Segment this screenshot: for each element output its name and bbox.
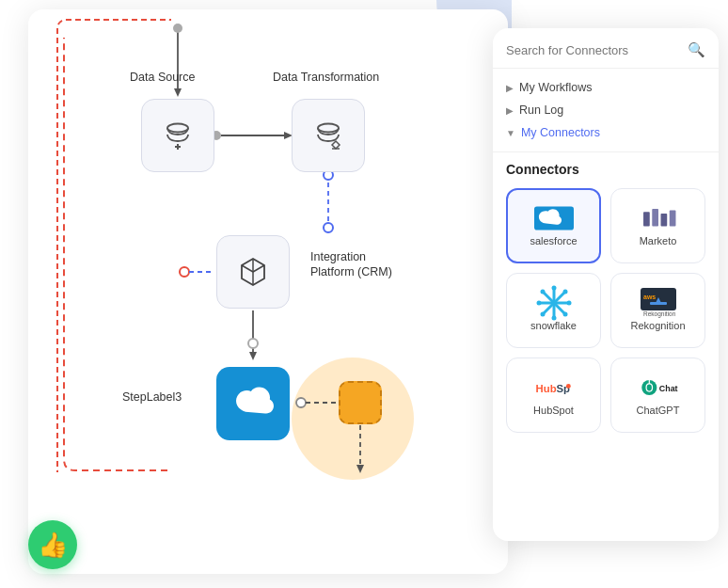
thumbs-up-badge: 👍	[28, 520, 77, 569]
hubspot-label: HubSpot	[533, 405, 574, 416]
svg-point-42	[562, 312, 567, 317]
svg-rect-32	[669, 211, 675, 227]
menu-item-connectors[interactable]: ▼ My Connectors	[506, 121, 705, 144]
salesforce-node[interactable]	[216, 367, 290, 440]
svg-rect-31	[660, 214, 667, 226]
salesforce-logo	[534, 205, 574, 231]
connector-card-salesforce[interactable]: salesforce	[506, 188, 601, 263]
svg-point-39	[536, 301, 541, 306]
connector-card-chatgpt[interactable]: ChatGPT ChatGPT	[610, 358, 705, 433]
data-transformation-label: Data Transformation	[273, 71, 379, 84]
search-bar: 🔍	[493, 28, 719, 69]
data-source-label: Data Source	[130, 71, 195, 84]
chevron-down-icon: ▼	[506, 128, 515, 138]
svg-point-52	[565, 384, 570, 389]
connector-placeholder-node[interactable]	[339, 381, 382, 424]
connector-card-hubspot[interactable]: Hub Sp HubSpot	[506, 358, 601, 433]
step-label-3: StepLabel3	[122, 390, 182, 404]
svg-text:Hub: Hub	[535, 383, 556, 394]
rekognition-label: Rekognition	[630, 320, 685, 331]
connector-panel: 🔍 ▶ My Workflows ▶ Run Log ▼ My Connecto…	[493, 28, 719, 541]
snowflake-logo	[534, 290, 574, 316]
svg-rect-30	[652, 209, 658, 226]
svg-point-37	[551, 286, 556, 291]
chatgpt-logo: ChatGPT	[639, 374, 678, 401]
main-container: Data Source Data Transformation	[0, 0, 728, 588]
svg-point-41	[540, 290, 545, 294]
svg-point-18	[167, 124, 188, 133]
snowflake-label: snowflake	[530, 320, 577, 331]
svg-point-13	[248, 339, 258, 348]
svg-point-2	[173, 24, 182, 33]
svg-marker-12	[249, 352, 257, 360]
integration-platform-label: IntegrationPlatform (CRM)	[310, 249, 392, 280]
svg-point-43	[562, 290, 567, 294]
menu-item-workflows[interactable]: ▶ My Workflows	[506, 76, 705, 99]
marketo-logo	[639, 205, 678, 231]
chevron-right-icon: ▶	[506, 83, 514, 93]
svg-text:Rekognition: Rekognition	[643, 310, 676, 318]
cube-icon	[236, 255, 270, 289]
connector-card-rekognition[interactable]: aws Rekognition Rekognition	[610, 273, 705, 348]
integration-node[interactable]	[216, 235, 290, 309]
svg-point-7	[324, 223, 333, 232]
connectors-section-label: Connectors	[493, 152, 719, 183]
rekognition-logo: aws Rekognition	[639, 290, 678, 316]
hubspot-logo: Hub Sp	[534, 374, 574, 401]
search-icon: 🔍	[688, 41, 705, 58]
menu-item-runlog[interactable]: ▶ Run Log	[506, 99, 705, 121]
marketo-label: Marketo	[640, 235, 677, 246]
transform-node[interactable]	[292, 99, 365, 172]
svg-point-44	[540, 312, 545, 317]
connector-card-snowflake[interactable]: snowflake	[506, 273, 601, 348]
search-input[interactable]	[506, 43, 688, 57]
database-add-icon	[161, 119, 195, 152]
svg-point-21	[318, 124, 339, 133]
svg-line-25	[253, 265, 264, 272]
svg-line-26	[242, 265, 253, 272]
salesforce-label: salesforce	[530, 235, 577, 246]
salesforce-cloud-icon	[229, 386, 277, 421]
connector-grid: salesforce Marketo	[493, 183, 719, 446]
svg-rect-29	[643, 212, 650, 226]
svg-text:ChatGPT: ChatGPT	[658, 384, 677, 393]
svg-text:aws: aws	[643, 294, 656, 300]
svg-point-40	[566, 301, 571, 306]
chatgpt-label: ChatGPT	[637, 405, 680, 416]
database-edit-icon	[311, 119, 345, 152]
flow-diagram-area: Data Source Data Transformation	[28, 9, 508, 574]
svg-point-9	[180, 267, 189, 277]
svg-marker-1	[174, 88, 182, 97]
connector-card-marketo[interactable]: Marketo	[610, 188, 705, 263]
chevron-right-icon: ▶	[506, 105, 514, 116]
panel-menu: ▶ My Workflows ▶ Run Log ▼ My Connectors	[493, 69, 719, 152]
datasource-node[interactable]	[141, 99, 214, 172]
